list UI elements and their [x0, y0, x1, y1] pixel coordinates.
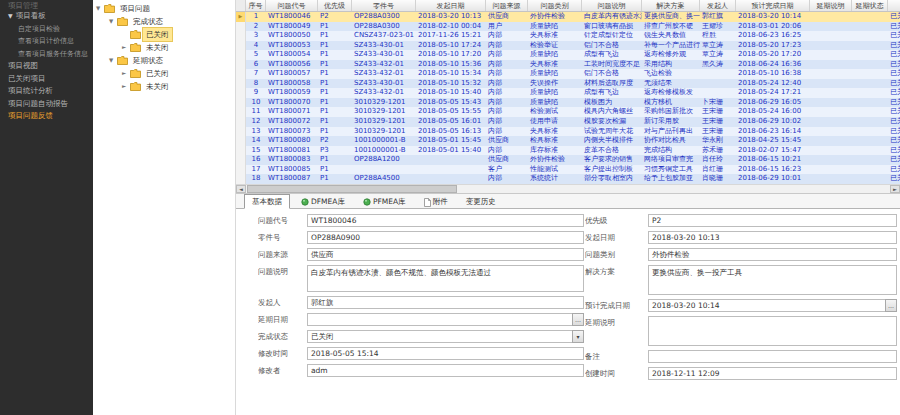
table-cell: SZ433-430-01 — [352, 41, 416, 51]
field-picker-button[interactable]: … — [572, 313, 584, 326]
column-header[interactable]: 序号 — [246, 0, 266, 11]
column-header[interactable]: 延期状态 — [852, 0, 888, 11]
sidebar-item[interactable]: 项目视图 — [0, 60, 93, 73]
field-input[interactable]: WT1800046 — [307, 214, 584, 227]
column-header[interactable]: 问题代号 — [266, 0, 318, 11]
field-input[interactable]: 外协件检验 — [648, 248, 897, 261]
column-header[interactable]: 问题说明 — [582, 0, 642, 11]
field-input[interactable]: 2018-03-20 10:13 — [648, 231, 897, 244]
field — [648, 350, 897, 363]
table-cell: 习惯秀铜定工具 — [642, 165, 700, 175]
table-row[interactable]: 8WT1800058P1SZ433-430-012018-05-10 15:32… — [236, 79, 900, 89]
table-row[interactable]: 17WT1800085P1客户性能测试客户提出控制板习惯秀铜定工具肖红珊2018… — [236, 165, 900, 175]
table-cell: SZ433-430-01 — [352, 79, 416, 89]
table-row[interactable]: 9WT1800059P1SZ433-432-012018-05-10 15:40… — [236, 88, 900, 98]
sidebar-item[interactable]: 项目管理 — [0, 1, 93, 10]
table-row[interactable]: 11WT1800071P13010329-12012018-05-05 15:5… — [236, 107, 900, 117]
tab-button[interactable]: 附件 — [417, 195, 455, 208]
table-row[interactable]: 14WT1800080P21001000001-B2018-05-01 15:4… — [236, 136, 900, 146]
tree-toggle-icon[interactable]: ▼ — [109, 54, 117, 67]
table-cell: 2018-05-20 17:20 — [736, 50, 810, 60]
tab-button[interactable]: DFMEA库 — [294, 195, 352, 208]
column-header[interactable]: 解决方案 — [642, 0, 700, 11]
column-header[interactable]: 发起人 — [700, 0, 736, 11]
field-input[interactable]: 2018-12-11 12:09 — [648, 367, 897, 380]
table-row[interactable]: ▶1WT1800046P2OP288A03002018-03-20 10:13供… — [236, 12, 900, 22]
column-header[interactable]: 延期说明 — [810, 0, 852, 11]
tab-button[interactable]: 基本数据 — [244, 194, 290, 209]
table-row[interactable]: 15WT1800081P31001000001-B2018-05-01 15:4… — [236, 146, 900, 156]
table-cell: 锐生夹具数值 — [642, 31, 700, 41]
horizontal-scrollbar[interactable]: ◄ ► — [236, 184, 900, 193]
table-row[interactable]: 3WT1800050P1CNSZ437-023-012017-11-26 15:… — [236, 31, 900, 41]
field-input[interactable] — [648, 350, 897, 363]
field-input[interactable]: 2018-03-20 10:14 — [648, 299, 897, 312]
column-header[interactable]: 预计完成日期 — [736, 0, 810, 11]
field-input[interactable]: 郭红旗 — [307, 296, 584, 309]
sidebar-item[interactable]: ▼项目看板 — [0, 10, 93, 23]
row-gutter — [236, 107, 246, 117]
scrollbar-thumb[interactable] — [247, 185, 457, 193]
sidebar-item[interactable]: 项目问题反馈 — [0, 110, 93, 123]
sidebar-item[interactable]: 项目统计分析 — [0, 85, 93, 98]
field-textarea[interactable]: 白皮革内有锈迹水渍、颜色不规范、颜色模板无法通过 — [307, 265, 584, 292]
table-row[interactable]: 2WT1800049P1OP288A03002018-02-10 00:04用户… — [236, 22, 900, 32]
field-input[interactable]: OP288A0900 — [307, 231, 584, 244]
field-input[interactable]: 已关闭 — [307, 330, 584, 343]
column-header[interactable]: 发起日期 — [416, 0, 486, 11]
table-row[interactable]: 16WT1800083P1OP288A1200供应商外协件检验客户要求的销售网络… — [236, 155, 900, 165]
field-textarea[interactable] — [648, 316, 897, 346]
tree-node[interactable]: ▼延期状态 — [93, 54, 235, 67]
tree-node[interactable]: ▼项目问题 — [93, 2, 235, 15]
sidebar-item[interactable]: 已关闭项目 — [0, 73, 93, 86]
column-header[interactable]: 问题来源 — [486, 0, 528, 11]
tree-node[interactable]: ►未关闭 — [93, 41, 235, 54]
table-row[interactable]: 12WT1800072P13010329-12012018-05-05 16:0… — [236, 117, 900, 127]
scroll-right-arrow-icon[interactable]: ► — [890, 185, 900, 193]
column-header[interactable]: 完成状态 — [888, 0, 900, 11]
tree-toggle-icon[interactable]: ► — [122, 80, 130, 93]
tree-toggle-icon[interactable]: ▼ — [96, 2, 104, 15]
column-header[interactable]: 问题类别 — [528, 0, 582, 11]
sidebar-item[interactable]: 自定项目检验 — [0, 23, 93, 36]
table-cell: 2018-04-25 15:45 — [736, 136, 810, 146]
tab-button[interactable]: 变更历史 — [459, 195, 503, 208]
scroll-left-arrow-icon[interactable]: ◄ — [236, 185, 246, 193]
field-input[interactable]: 供应商 — [307, 248, 584, 261]
sidebar-item[interactable]: 项目问题自动报告 — [0, 98, 93, 111]
field-input[interactable]: adm — [307, 364, 584, 377]
table-row[interactable]: 7WT1800057P1SZ433-432-012018-05-10 15:34… — [236, 69, 900, 79]
tree-toggle-icon[interactable]: ► — [122, 67, 130, 80]
tree-toggle-icon[interactable]: ▼ — [109, 15, 117, 28]
table-row[interactable]: 18WT1800087P1OP288A4500内部系统统计部分零取相室内给予上包… — [236, 174, 900, 184]
sidebar-item[interactable]: 查看项目服务任务信息 — [0, 48, 93, 61]
dropdown-arrow-icon[interactable]: ▾ — [572, 330, 584, 343]
table-row[interactable]: 5WT1800054P1SZ433-430-012018-05-10 17:20… — [236, 50, 900, 60]
field-textarea[interactable]: 更换供应商、换一投产工具 — [648, 265, 897, 295]
table-cell: 返寿检修模板发 — [642, 88, 700, 98]
tree-node[interactable]: ▼完成状态 — [93, 15, 235, 28]
tree-node[interactable]: ►未关闭 — [93, 80, 235, 93]
tree-node[interactable]: 已关闭 — [93, 28, 235, 41]
tree-toggle-icon[interactable]: ► — [122, 41, 130, 54]
field-input[interactable]: P2 — [648, 214, 897, 227]
table-cell: 2018-06-29 10:01 — [736, 174, 810, 184]
column-header[interactable]: 零件号 — [352, 0, 416, 11]
table-cell — [810, 22, 852, 32]
tab-button[interactable]: PFMEA库 — [356, 195, 413, 208]
table-cell: 白皮革内有锈迹水渍 — [582, 12, 642, 22]
field-picker-button[interactable]: … — [885, 299, 897, 312]
table-cell — [700, 79, 736, 89]
field-input[interactable] — [307, 313, 584, 326]
table-row[interactable]: 10WT1800070P13010329-12012018-05-05 15:4… — [236, 98, 900, 108]
field-input[interactable]: 2018-05-05 15:14 — [307, 347, 584, 360]
column-header[interactable]: 优先级 — [318, 0, 352, 11]
table-cell: 王宋珊 — [700, 117, 736, 127]
table-cell: 模方移机 — [642, 98, 700, 108]
sidebar-item[interactable]: 查看项目计价信息 — [0, 35, 93, 48]
table-row[interactable]: 6WT1800056P1SZ433-432-012018-05-10 15:36… — [236, 60, 900, 70]
table-row[interactable]: 13WT1800073P13010329-12012018-05-05 16:1… — [236, 127, 900, 137]
table-cell: 2018-05-24 12:40 — [736, 79, 810, 89]
tree-node[interactable]: ►已关闭 — [93, 67, 235, 80]
table-row[interactable]: 4WT1800053P1SZ433-430-012018-05-10 17:24… — [236, 41, 900, 51]
